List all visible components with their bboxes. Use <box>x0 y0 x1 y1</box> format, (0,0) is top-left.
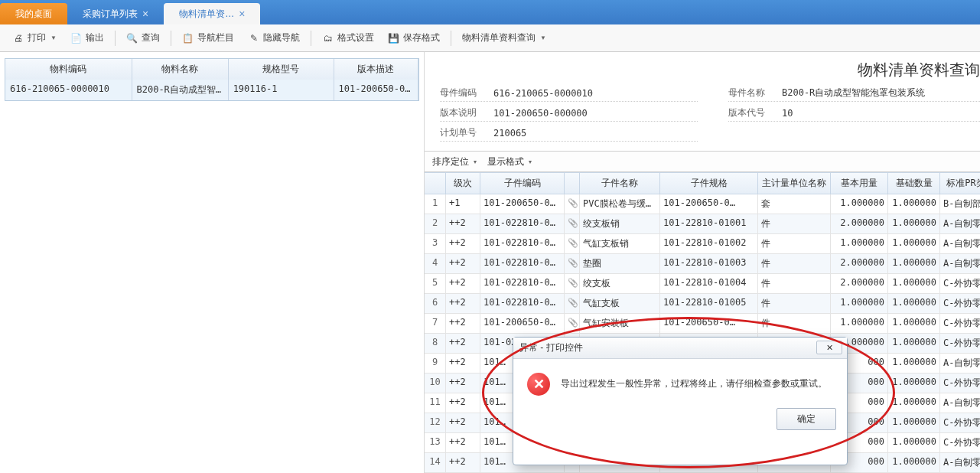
cell: 5 <box>425 274 446 294</box>
attachment-icon[interactable] <box>568 217 578 228</box>
tab-po-list[interactable]: 采购订单列表 × <box>67 3 164 24</box>
cell: 8 <box>425 334 446 354</box>
hide-nav-button[interactable]: ✎ 隐藏导航 <box>242 28 306 47</box>
cell: 12 <box>425 413 446 433</box>
cell <box>565 274 580 294</box>
cell: ++2 <box>446 354 480 374</box>
format-button[interactable]: 🗂 格式设置 <box>316 28 380 47</box>
close-icon[interactable]: × <box>239 8 245 20</box>
col-uom[interactable]: 主计量单位名称 <box>758 173 831 194</box>
save-format-button[interactable]: 💾 保存格式 <box>382 28 446 47</box>
table-row[interactable]: 5++2101-022810-0…绞支板101-22810-01004件2.00… <box>425 274 980 294</box>
cell: 2.000000 <box>831 254 888 274</box>
field-label: 计划单号 <box>440 126 486 139</box>
dialog-title-bar[interactable]: 异常 - 打印控件 ✕ <box>513 338 847 359</box>
table-row[interactable]: 7++2101-200650-0…气缸安装板101-200650-0…件1.00… <box>425 314 980 334</box>
cell: 6 <box>425 294 446 314</box>
cell: 11 <box>425 393 446 413</box>
cell: ++2 <box>446 274 480 294</box>
attachment-icon[interactable] <box>568 237 578 248</box>
cell: 101-022810-0… <box>480 274 565 294</box>
cell: 101-200650-0… <box>480 314 565 334</box>
display-format-button[interactable]: 显示格式 ▾ <box>487 155 532 168</box>
cell: C-外协零件 <box>940 374 980 393</box>
tab-label: 采购订单列表 <box>83 8 138 21</box>
cell: 101-22810-01001 <box>660 214 758 234</box>
output-button[interactable]: 📄 输出 <box>64 28 110 47</box>
col-level[interactable]: 级次 <box>446 173 480 194</box>
table-row[interactable]: 3++2101-022810-0…气缸支板销101-22810-01002件1.… <box>425 234 980 254</box>
attachment-icon[interactable] <box>568 317 578 328</box>
page-title: 物料清单资料查询 <box>425 52 980 85</box>
col-spec[interactable]: 规格型号 <box>229 59 334 80</box>
cell: 101-022810-0… <box>480 234 565 254</box>
cell: A-自制零件 <box>940 393 980 413</box>
col-version-desc[interactable]: 版本描述 <box>334 59 418 80</box>
field-label: 版本代号 <box>728 106 774 119</box>
sort-button[interactable]: 排序定位 ▾ <box>432 155 477 168</box>
col-child-spec[interactable]: 子件规格 <box>660 173 758 194</box>
cell: 1 <box>425 194 446 214</box>
cell: ++2 <box>446 254 480 274</box>
attachment-icon[interactable] <box>568 197 578 208</box>
format-icon: 🗂 <box>322 32 334 44</box>
col-base-qty[interactable]: 基本用量 <box>831 173 888 194</box>
cell: 气缸支板 <box>580 294 660 314</box>
tab-bom-query[interactable]: 物料清单资… × <box>164 3 260 24</box>
sort-label: 排序定位 <box>432 155 469 168</box>
attachment-icon[interactable] <box>568 297 578 308</box>
ok-button[interactable]: 确定 <box>777 408 836 430</box>
cell <box>565 254 580 274</box>
tab-desktop[interactable]: 我的桌面 <box>0 3 67 24</box>
cell: 101-22810-01002 <box>660 234 758 254</box>
attachment-icon[interactable] <box>568 277 578 288</box>
cell: PVC膜松卷与缓… <box>580 194 660 214</box>
table-row[interactable]: 4++2101-022810-0…垫圈101-22810-01003件2.000… <box>425 254 980 274</box>
cell: 1.000000 <box>888 274 940 294</box>
cell: ++2 <box>446 214 480 234</box>
cell: 101-022810-0… <box>480 254 565 274</box>
chevron-down-icon: ▾ <box>474 158 477 165</box>
dialog-close-button[interactable]: ✕ <box>816 341 842 354</box>
dialog-footer: 确定 <box>513 402 847 439</box>
hide-nav-label: 隐藏导航 <box>263 31 300 44</box>
navbar-button[interactable]: 📋 导航栏目 <box>176 28 240 47</box>
left-grid: 物料编码 物料名称 规格型号 版本描述 616-210065-0000010 B… <box>5 58 419 101</box>
cell: 垫圈 <box>580 254 660 274</box>
cell: 10 <box>425 374 446 393</box>
attachment-icon[interactable] <box>568 257 578 268</box>
close-icon[interactable]: × <box>142 8 148 20</box>
export-icon: 📄 <box>70 32 83 44</box>
table-row[interactable]: 1+1101-200650-0…PVC膜松卷与缓…101-200650-0…套1… <box>425 194 980 214</box>
cell: ++2 <box>446 314 480 334</box>
separator <box>171 31 171 46</box>
cell: 1.000000 <box>831 194 888 214</box>
query-button[interactable]: 🔍 查询 <box>120 28 166 47</box>
col-attach[interactable] <box>565 173 580 194</box>
cell: 1.000000 <box>888 374 940 393</box>
cell: 101-200650-0… <box>660 194 758 214</box>
table-row[interactable]: 6++2101-022810-0…气缸支板101-22810-01005件1.0… <box>425 294 980 314</box>
col-child-code[interactable]: 子件编码 <box>480 173 565 194</box>
cell: 件 <box>758 294 831 314</box>
cell: 1.000000 <box>831 314 888 334</box>
col-basis-qty[interactable]: 基础数量 <box>888 173 940 194</box>
dialog-title: 异常 - 打印控件 <box>519 341 583 354</box>
separator <box>311 31 311 46</box>
col-child-name[interactable]: 子件名称 <box>580 173 660 194</box>
list-icon: 📋 <box>182 32 194 44</box>
table-row[interactable]: 2++2101-022810-0…绞支板销101-22810-01001件2.0… <box>425 214 980 234</box>
col-material-name[interactable]: 物料名称 <box>132 59 229 80</box>
cell: 1.000000 <box>888 433 940 453</box>
bom-query-button[interactable]: 物料清单资料查询 ▼ <box>456 28 552 47</box>
cell: 101-022810-0… <box>480 294 565 314</box>
col-rownum[interactable] <box>425 173 446 194</box>
left-grid-row[interactable]: 616-210065-0000010 B200-R自动成型智能… 190116-… <box>5 80 418 100</box>
cell: A-自制零件 <box>940 254 980 274</box>
cell: A-自制零件 <box>940 354 980 374</box>
col-material-code[interactable]: 物料编码 <box>5 59 132 80</box>
cell: C-外协零件 <box>940 413 980 433</box>
print-button[interactable]: 🖨 打印 ▼ <box>6 28 63 47</box>
field-label: 母件名称 <box>728 86 774 99</box>
col-pr-type[interactable]: 标准PR类型 <box>940 173 980 194</box>
